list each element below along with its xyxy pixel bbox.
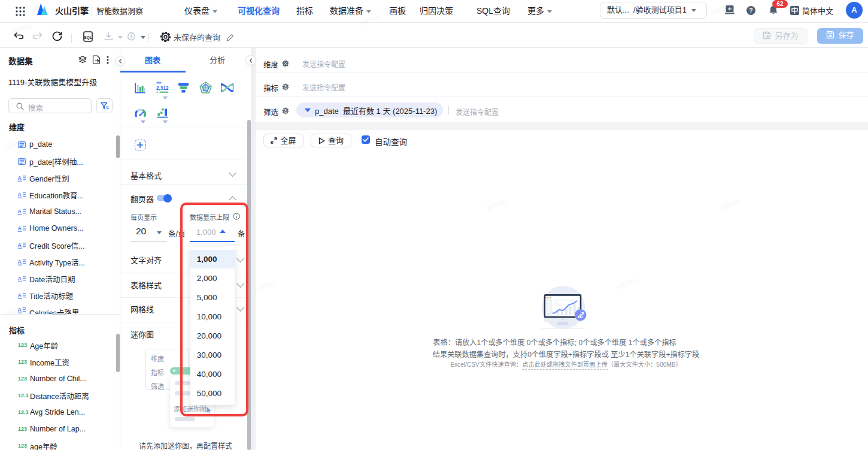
- svg-text:A: A: [18, 175, 22, 181]
- svg-text:SQL: SQL: [84, 35, 92, 40]
- svg-text:2,312: 2,312: [156, 84, 169, 91]
- svg-text:A: A: [18, 225, 22, 231]
- svg-text:A: A: [18, 242, 22, 248]
- svg-text:A: A: [18, 276, 22, 282]
- svg-text:A: A: [18, 209, 22, 215]
- svg-text:A: A: [18, 259, 22, 265]
- svg-text:A: A: [18, 192, 22, 198]
- svg-text:A: A: [18, 292, 22, 298]
- svg-text:?: ?: [749, 7, 752, 14]
